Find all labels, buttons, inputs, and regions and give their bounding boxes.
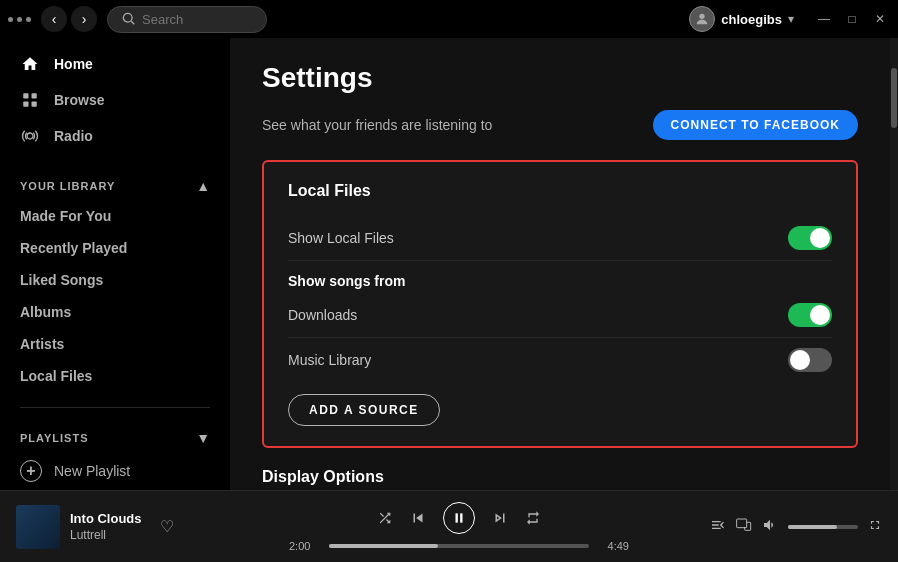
music-library-toggle[interactable] [788, 348, 832, 372]
app-dots [8, 17, 31, 22]
new-playlist-label: New Playlist [54, 463, 130, 479]
show-local-files-row: Show Local Files [288, 216, 832, 261]
home-icon [20, 54, 40, 74]
downloads-label: Downloads [288, 307, 357, 323]
sidebar-item-local-files[interactable]: Local Files [0, 360, 230, 392]
now-playing-bar: Into Clouds Luttrell ♡ 2:00 [0, 490, 898, 562]
show-local-files-label: Show Local Files [288, 230, 394, 246]
titlebar-right: chloegibs ▾ — □ ✕ [689, 6, 890, 32]
sidebar-label-browse: Browse [54, 92, 105, 108]
track-details: Into Clouds Luttrell [70, 511, 142, 542]
playlists-section-header: PLAYLISTS ▼ [0, 414, 230, 452]
sidebar-item-liked-songs[interactable]: Liked Songs [0, 264, 230, 296]
sidebar-item-browse[interactable]: Browse [0, 82, 230, 118]
playlists-label: PLAYLISTS [20, 432, 89, 444]
repeat-button[interactable] [525, 510, 541, 526]
back-button[interactable]: ‹ [41, 6, 67, 32]
next-button[interactable] [491, 509, 509, 527]
svg-rect-3 [23, 93, 28, 98]
search-input[interactable] [142, 12, 252, 27]
progress-track[interactable] [329, 544, 589, 548]
connect-facebook-button[interactable]: CONNECT TO FACEBOOK [653, 110, 858, 140]
minimize-button[interactable]: — [814, 9, 834, 29]
forward-button[interactable]: › [71, 6, 97, 32]
extra-controls [682, 517, 882, 536]
downloads-row: Downloads [288, 293, 832, 338]
library-scroll-up[interactable]: ▲ [196, 178, 210, 194]
main-layout: Home Browse Radio YOUR LIBRARY ▲ Made Fo… [0, 38, 898, 490]
sidebar-item-recently-played[interactable]: Recently Played [0, 232, 230, 264]
sidebar-label-home: Home [54, 56, 93, 72]
control-buttons [377, 502, 541, 534]
window-controls: — □ ✕ [814, 9, 890, 29]
page-title: Settings [262, 62, 858, 94]
friends-text: See what your friends are listening to [262, 117, 492, 133]
track-name: Into Clouds [70, 511, 142, 526]
user-area[interactable]: chloegibs ▾ [689, 6, 794, 32]
sidebar-divider [20, 407, 210, 408]
sidebar-item-artists[interactable]: Artists [0, 328, 230, 360]
svg-point-2 [700, 14, 705, 19]
playlists-scroll-down[interactable]: ▼ [196, 430, 210, 446]
sidebar-item-radio[interactable]: Radio [0, 118, 230, 154]
sidebar-item-home[interactable]: Home [0, 46, 230, 82]
progress-fill [329, 544, 438, 548]
search-bar[interactable] [107, 6, 267, 33]
volume-bar[interactable] [788, 525, 858, 529]
devices-button[interactable] [736, 517, 752, 536]
svg-rect-9 [460, 513, 462, 522]
browse-icon [20, 90, 40, 110]
sidebar-nav: Home Browse Radio [0, 38, 230, 162]
current-time: 2:00 [289, 540, 321, 552]
album-art [16, 505, 60, 549]
track-artist: Luttrell [70, 528, 142, 542]
shuffle-button[interactable] [377, 510, 393, 526]
chevron-down-icon: ▾ [788, 12, 794, 26]
library-scroll: Made For You Recently Played Liked Songs… [0, 200, 230, 401]
player-controls: 2:00 4:49 [236, 502, 682, 552]
svg-rect-4 [32, 93, 37, 98]
local-files-section: Local Files Show Local Files Show songs … [262, 160, 858, 448]
track-info: Into Clouds Luttrell ♡ [16, 505, 236, 549]
plus-icon: + [20, 460, 42, 482]
sidebar-item-podcasts[interactable]: Podcasts [0, 392, 230, 401]
music-library-row: Music Library [288, 338, 832, 382]
avatar [689, 6, 715, 32]
queue-button[interactable] [710, 517, 726, 536]
heart-icon[interactable]: ♡ [160, 517, 174, 536]
svg-rect-5 [23, 102, 28, 107]
nav-arrows: ‹ › [41, 6, 97, 32]
local-files-title: Local Files [288, 182, 832, 200]
add-source-button[interactable]: ADD A SOURCE [288, 394, 440, 426]
sidebar: Home Browse Radio YOUR LIBRARY ▲ Made Fo… [0, 38, 230, 490]
pause-button[interactable] [443, 502, 475, 534]
show-local-files-toggle[interactable] [788, 226, 832, 250]
svg-rect-6 [32, 102, 37, 107]
titlebar: ‹ › chloegibs ▾ — □ ✕ [0, 0, 898, 38]
volume-fill [788, 525, 837, 529]
right-scrollbar[interactable] [890, 38, 898, 490]
content-area: Settings See what your friends are liste… [230, 38, 890, 490]
svg-rect-10 [737, 519, 747, 528]
close-button[interactable]: ✕ [870, 9, 890, 29]
svg-point-0 [123, 13, 132, 22]
titlebar-left: ‹ › [8, 6, 267, 33]
fullscreen-button[interactable] [868, 518, 882, 535]
show-songs-from-label: Show songs from [288, 273, 832, 289]
sidebar-label-radio: Radio [54, 128, 93, 144]
library-label: YOUR LIBRARY [20, 180, 115, 192]
library-section-header: YOUR LIBRARY ▲ [0, 162, 230, 200]
sidebar-item-albums[interactable]: Albums [0, 296, 230, 328]
friends-bar: See what your friends are listening to C… [262, 110, 858, 140]
downloads-toggle[interactable] [788, 303, 832, 327]
previous-button[interactable] [409, 509, 427, 527]
volume-button[interactable] [762, 517, 778, 536]
sidebar-item-made-for-you[interactable]: Made For You [0, 200, 230, 232]
scrollbar-thumb [891, 68, 897, 128]
new-playlist-item[interactable]: + New Playlist [0, 452, 230, 490]
maximize-button[interactable]: □ [842, 9, 862, 29]
search-icon [122, 12, 136, 26]
progress-bar-area: 2:00 4:49 [289, 540, 629, 552]
username-label: chloegibs [721, 12, 782, 27]
music-library-label: Music Library [288, 352, 371, 368]
